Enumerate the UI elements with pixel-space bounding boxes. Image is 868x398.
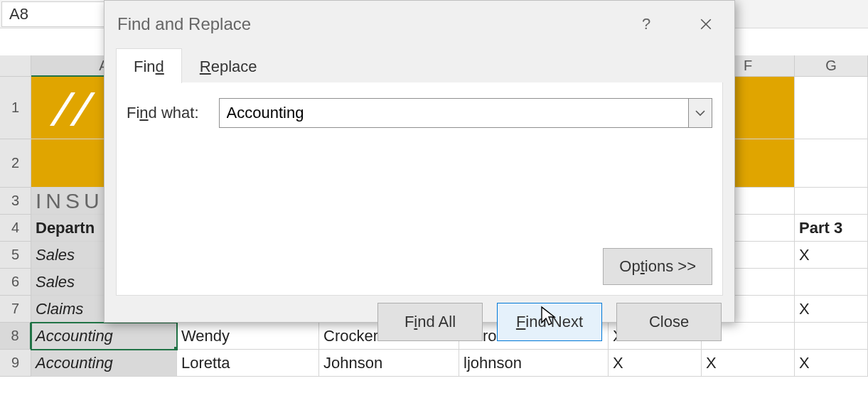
find-what-label: Find what: xyxy=(127,104,199,122)
cell-G9[interactable]: X xyxy=(795,350,868,377)
find-all-button[interactable]: Find All xyxy=(377,303,483,341)
col-G-header-cell[interactable]: Part 3 xyxy=(795,215,868,242)
close-dialog-button[interactable]: Close xyxy=(616,303,722,341)
cell-G5[interactable]: X xyxy=(795,242,868,269)
cell[interactable] xyxy=(795,188,868,215)
dialog-title: Find and Replace xyxy=(117,14,251,34)
row-header-9[interactable]: 9 xyxy=(0,350,31,377)
find-next-button[interactable]: Find Next xyxy=(497,303,602,341)
cell[interactable] xyxy=(795,323,868,350)
cell-A9[interactable]: Accounting xyxy=(31,350,177,377)
help-button[interactable]: ? xyxy=(631,9,662,40)
cell[interactable] xyxy=(795,77,868,139)
dialog-footer: Find All Find Next Close xyxy=(105,296,734,341)
cell[interactable] xyxy=(795,269,868,296)
close-button[interactable] xyxy=(690,9,722,40)
col-header-G[interactable]: G xyxy=(795,55,868,77)
cell-C9[interactable]: Johnson xyxy=(319,350,459,377)
dialog-tabs: Find Replace xyxy=(116,48,734,82)
find-what-combo xyxy=(219,98,712,128)
name-box-value: A8 xyxy=(9,5,28,23)
chevron-down-icon xyxy=(695,109,705,117)
row-header-2[interactable]: 2 xyxy=(0,139,31,188)
cell-E9[interactable]: X xyxy=(609,350,702,377)
find-what-input[interactable] xyxy=(219,98,688,128)
cell-F9[interactable]: X xyxy=(702,350,795,377)
find-what-dropdown[interactable] xyxy=(688,98,712,128)
tab-replace[interactable]: Replace xyxy=(182,48,275,83)
cell[interactable] xyxy=(795,139,868,188)
dialog-titlebar[interactable]: Find and Replace ? xyxy=(105,1,734,48)
row-header-5[interactable]: 5 xyxy=(0,242,31,269)
row-header-7[interactable]: 7 xyxy=(0,296,31,323)
help-icon: ? xyxy=(642,15,650,33)
row-header-4[interactable]: 4 xyxy=(0,215,31,242)
row-header-8[interactable]: 8 xyxy=(0,323,31,350)
logo-icon xyxy=(36,87,107,129)
dialog-body: Find what: Options >> xyxy=(116,82,723,296)
find-replace-dialog: Find and Replace ? Find Replace Find wha… xyxy=(104,0,735,323)
tab-find[interactable]: Find xyxy=(116,48,182,83)
options-button[interactable]: Options >> xyxy=(603,248,712,285)
row-header-6[interactable]: 6 xyxy=(0,269,31,296)
cell-G7[interactable]: X xyxy=(795,296,868,323)
cell-D9[interactable]: ljohnson xyxy=(459,350,609,377)
close-icon xyxy=(700,18,712,31)
cell-B9[interactable]: Loretta xyxy=(177,350,319,377)
row-header-3[interactable]: 3 xyxy=(0,188,31,215)
row-header-1[interactable]: 1 xyxy=(0,77,31,139)
select-all-corner[interactable] xyxy=(0,55,31,77)
